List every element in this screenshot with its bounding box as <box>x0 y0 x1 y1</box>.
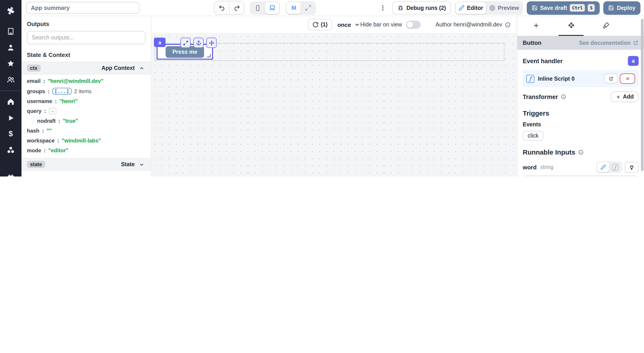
tab-preview[interactable]: Preview <box>486 2 522 14</box>
state-badge[interactable]: state <box>27 161 45 168</box>
component-id-tag[interactable]: a <box>154 38 166 47</box>
ctx-group-header[interactable]: ctx App Context <box>22 62 151 74</box>
outputs-title: Outputs <box>27 21 146 27</box>
input-name: word <box>523 164 536 170</box>
tab-component-settings[interactable] <box>558 16 584 36</box>
user-icon[interactable] <box>0 40 22 56</box>
ctx-rows: email:"henri@windmill.dev"groups:[...]2 … <box>22 74 151 158</box>
resources-cubes-icon[interactable] <box>0 142 22 158</box>
deploy-button[interactable]: Deploy <box>604 1 640 15</box>
component-type-header: Button See documentation <box>517 36 644 50</box>
output-row-workspace[interactable]: workspace:"windmill-labs" <box>27 138 146 144</box>
eval-mode-button[interactable] <box>609 162 621 172</box>
refresh-button[interactable]: (1) <box>308 19 332 30</box>
desktop-view-button[interactable] <box>265 2 279 14</box>
info-icon[interactable] <box>505 22 511 28</box>
ctx-label: App Context <box>101 65 135 71</box>
rail-divider <box>0 91 22 91</box>
state-context-title: State & Context <box>27 52 146 58</box>
windmill-logo[interactable] <box>5 5 16 16</box>
mobile-view-button[interactable] <box>250 2 265 14</box>
connect-plug-button[interactable] <box>625 162 639 173</box>
outputs-panel: Outputs State & Context ctx App Context … <box>22 16 151 177</box>
event-handler-script-row[interactable]: Inline Script 0 <box>523 70 639 87</box>
tab-insert-component[interactable] <box>524 16 549 36</box>
tab-styling[interactable] <box>594 16 618 36</box>
input-type: string <box>540 164 553 170</box>
output-row-query[interactable]: query:- <box>27 108 146 114</box>
app-summary-input[interactable] <box>26 2 140 14</box>
topbar: Debug runs (2) Editor Preview Save draft… <box>22 0 644 16</box>
hide-bar-toggle[interactable] <box>406 21 421 29</box>
hide-bar-label: Hide bar on view <box>360 22 402 28</box>
function-icon <box>526 75 534 83</box>
groups-icon[interactable] <box>0 72 22 88</box>
runnable-inputs-heading: Runnable Inputs <box>523 148 575 156</box>
save-icon <box>608 5 614 11</box>
events-label: Events <box>523 121 639 128</box>
component-diamonds-icon <box>567 22 575 29</box>
paintbrush-icon <box>602 22 610 29</box>
output-row-hash[interactable]: hash:"" <box>27 128 146 134</box>
more-options-kebab-icon[interactable] <box>377 0 388 16</box>
resize-handle[interactable] <box>207 54 211 57</box>
search-outputs-input[interactable] <box>27 31 146 44</box>
info-icon[interactable] <box>561 94 566 100</box>
output-row-mode[interactable]: mode:"editor" <box>27 147 146 154</box>
home-icon[interactable] <box>0 94 22 110</box>
output-row-username[interactable]: username:"henri" <box>27 98 146 104</box>
full-width-layout-button[interactable] <box>301 2 315 14</box>
chevron-down-icon <box>354 22 360 28</box>
save-icon <box>532 5 537 11</box>
ctx-badge[interactable]: ctx <box>27 65 40 72</box>
expand-component-button[interactable] <box>180 38 191 48</box>
tab-editor[interactable]: Editor <box>456 2 486 14</box>
kbd-s: S <box>588 4 595 12</box>
favorites-star-icon[interactable] <box>0 56 22 72</box>
word-input-header: word string <box>523 161 639 173</box>
variables-dollar-icon[interactable] <box>0 126 22 142</box>
canvas-column: (1) once Hide bar on view Author henri@w… <box>151 16 517 177</box>
state-group-header[interactable]: state State <box>22 158 151 171</box>
component-id-badge[interactable]: a <box>628 56 639 66</box>
undo-button[interactable] <box>214 1 229 14</box>
canvas-grid-row[interactable]: a Press me <box>155 43 504 61</box>
see-documentation-link[interactable]: See documentation <box>579 40 639 46</box>
transformer-label: Transformer <box>523 93 558 100</box>
word-value-input[interactable] <box>523 176 639 177</box>
refresh-frequency-dropdown[interactable]: once <box>338 21 360 28</box>
schedules-calendar-icon[interactable] <box>0 170 22 177</box>
move-component-button[interactable] <box>206 38 216 48</box>
pencil-icon <box>459 5 465 11</box>
component-type-label: Button <box>523 40 542 46</box>
debug-runs-label: Debug runs (2) <box>406 5 446 11</box>
plus-icon <box>532 22 540 29</box>
plus-icon <box>616 94 620 99</box>
add-transformer-button[interactable]: Add <box>611 91 639 102</box>
chevron-up-icon[interactable] <box>138 65 146 72</box>
open-script-button[interactable] <box>604 74 618 83</box>
workspace-icon[interactable] <box>0 23 22 40</box>
event-chip-click[interactable]: click <box>523 131 544 141</box>
anchor-component-button[interactable] <box>193 38 204 48</box>
app-editor-window: Debug runs (2) Editor Preview Save draft… <box>0 0 644 177</box>
output-row-groups[interactable]: groups:[...]2 items <box>27 88 146 95</box>
output-row-email[interactable]: email:"henri@windmill.dev" <box>27 78 146 84</box>
app-canvas[interactable]: a Press me <box>151 33 517 177</box>
bug-icon <box>398 5 404 11</box>
debug-runs-button[interactable]: Debug runs (2) <box>392 1 451 14</box>
center-layout-button[interactable] <box>286 2 301 14</box>
info-icon[interactable] <box>578 149 583 155</box>
chevron-down-icon[interactable] <box>138 161 146 168</box>
runs-play-icon[interactable] <box>0 110 22 126</box>
panel-scrollbar[interactable] <box>641 19 644 171</box>
kbd-ctrl: Ctrl <box>570 4 585 12</box>
static-mode-button[interactable] <box>597 162 609 172</box>
state-label: State <box>121 161 135 168</box>
redo-button[interactable] <box>229 1 244 14</box>
refresh-count: (1) <box>321 22 328 28</box>
output-row-nodraft[interactable]: nodraft:"true" <box>33 118 146 124</box>
canvas-toolbar: (1) once Hide bar on view Author henri@w… <box>151 16 517 33</box>
remove-script-button[interactable] <box>620 74 635 84</box>
save-draft-button[interactable]: Save draft Ctrl S <box>526 1 600 15</box>
